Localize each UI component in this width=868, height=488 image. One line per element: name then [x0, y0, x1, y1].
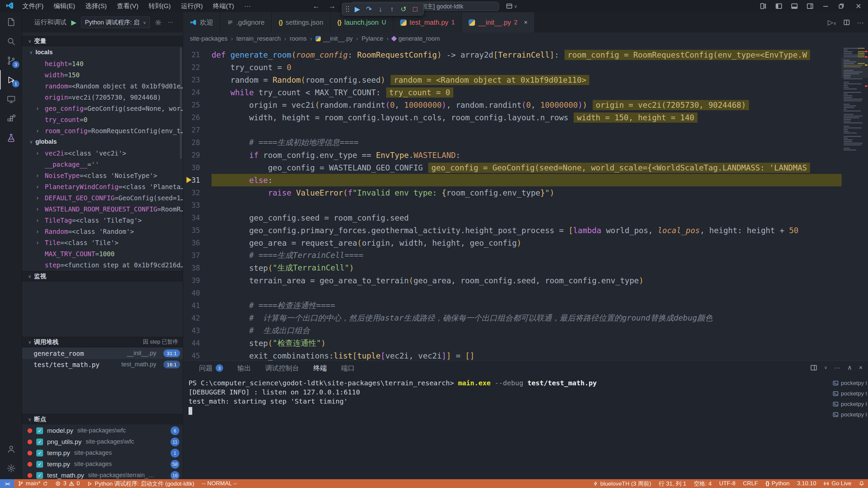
variable-row[interactable]: ›NoiseType = <class 'NoiseType'> [22, 170, 183, 181]
line-number[interactable]: 40 [183, 289, 212, 297]
breadcrumb-item[interactable]: Pylance [361, 35, 383, 42]
status-problems[interactable]: 30 [52, 479, 83, 488]
tab-欢迎[interactable]: 欢迎 [183, 12, 220, 33]
variable-row[interactable]: ›vec2i = <class 'vec2i'> [22, 147, 183, 159]
breadcrumb-item[interactable]: terrain_research [236, 35, 281, 42]
drag-handle-icon[interactable] [346, 5, 350, 13]
code-line-41[interactable]: 41 # ====检查连通性==== [183, 299, 842, 312]
variable-row[interactable]: MAX_TRY_COUNT = 1000 [22, 248, 183, 259]
line-number[interactable]: 33 [183, 201, 212, 209]
line-number[interactable]: 32 [183, 189, 212, 197]
status-cursor-position[interactable]: 行 31, 列 1 [655, 479, 690, 488]
activitybar-extensions-icon[interactable] [0, 109, 22, 128]
variable-row[interactable]: ›TileTag = <class 'TileTag'> [22, 215, 183, 226]
code-line-22[interactable]: 22 try_count = 0 [183, 61, 842, 74]
breakpoint-row[interactable]: ✓test_math.pysite-packages\terrain_res…1… [22, 470, 183, 479]
breadcrumb-item[interactable]: generate_room [392, 35, 440, 42]
terminal-session[interactable]: pocketpy te… [833, 378, 867, 388]
var-scope-globals[interactable]: ∨globals [22, 136, 183, 147]
code-line-36[interactable]: 36 geo_area = request_area(origin, width… [183, 237, 842, 249]
breakpoint-checkbox[interactable]: ✓ [36, 427, 43, 434]
code-line-30[interactable]: 30 geo_config = WASTELAND_GEO_CONFIGgeo_… [183, 161, 842, 174]
stop-icon[interactable]: □ [409, 3, 421, 15]
menu-item[interactable]: 运行(R) [176, 2, 208, 9]
activitybar-source-control-icon[interactable]: 3 [0, 51, 22, 70]
start-debug-button[interactable]: ▶ [71, 18, 76, 26]
line-number[interactable]: 28 [183, 139, 212, 147]
restart-icon[interactable]: ↺ [398, 3, 409, 15]
variable-row[interactable]: ›DEFAULT_GEO_CONFIG = GeoConfig(seed=1… [22, 192, 183, 203]
code-line-25[interactable]: 25 origin = vec2i(random.randint(0, 1000… [183, 99, 842, 111]
menu-item[interactable]: 查看(V) [112, 2, 143, 9]
activitybar-remote-explorer-icon[interactable] [0, 89, 22, 109]
menu-item[interactable]: 转到(G) [143, 2, 176, 9]
line-number[interactable]: 22 [183, 63, 212, 72]
activitybar-search-icon[interactable] [0, 32, 22, 51]
code-line-42[interactable]: 42 # 计算每一个出口的中心，然后使用astar生成路径，确保每一个出口组合都… [183, 312, 842, 324]
back-icon[interactable]: ← [313, 2, 320, 10]
panel-tab-终端[interactable]: 终端 [306, 361, 334, 375]
status-eol[interactable]: CRLF [739, 479, 762, 488]
close-icon[interactable]: × [524, 19, 528, 26]
code-line-20[interactable]: 20 [183, 45, 842, 48]
code-line-33[interactable]: 33 [183, 199, 842, 211]
toggle-secondary-sidebar-icon[interactable] [802, 0, 818, 12]
panel-tab-端口[interactable]: 端口 [334, 361, 362, 375]
tab-__init__.py[interactable]: __init__.py2× [462, 12, 535, 33]
run-file-icon[interactable]: ▷∨ [828, 18, 836, 26]
customize-layout-icon[interactable] [755, 0, 771, 12]
status-gitlens-commit[interactable]: blueloveTH (3 周前) [590, 479, 655, 488]
terminal-session[interactable]: pocketpy te… [833, 388, 867, 399]
line-number[interactable]: 35 [183, 226, 212, 235]
breakpoint-row[interactable]: ✓temp.pysite-packages58 [22, 459, 183, 470]
code-line-21[interactable]: 21def generate_room(room_config: RoomReq… [183, 48, 842, 61]
code-line-35[interactable]: 35 geo_config.primary_forces.geothermal_… [183, 224, 842, 237]
line-number[interactable]: 43 [183, 327, 212, 335]
breadcrumb-item[interactable]: rooms [290, 35, 307, 42]
code-line-26[interactable]: 26 width, height = room_config.layout.n_… [183, 111, 842, 124]
variable-row[interactable]: __package__ = '' [22, 159, 183, 170]
tab-.gdignore[interactable]: .gdignore [220, 12, 272, 33]
continue-icon[interactable]: ▶ [352, 3, 363, 15]
maximize-panel-icon[interactable]: ∧ [847, 364, 852, 371]
variable-row[interactable]: height = 140 [22, 58, 183, 69]
stack-frame[interactable]: test/test_math.pytest_math.py16:1 [22, 359, 183, 370]
code-line-44[interactable]: 44 step("检查连通性") [183, 337, 842, 349]
tab-settings.json[interactable]: {}settings.json [272, 12, 330, 33]
terminal[interactable]: PS C:\computer_science\godot-ldtk\site-p… [189, 379, 831, 478]
variable-row[interactable]: ›geo_config = GeoConfig(seed=None, wor… [22, 103, 183, 114]
minimize-icon[interactable] [818, 0, 833, 12]
status-language[interactable]: {}Python [762, 479, 793, 488]
terminal-layout-icon[interactable] [810, 364, 817, 371]
variable-row[interactable]: width = 150 [22, 69, 183, 80]
toggle-panel-icon[interactable] [787, 0, 802, 12]
line-number[interactable]: 20 [183, 45, 212, 46]
line-number[interactable]: 42 [183, 314, 212, 322]
status-branch[interactable]: main* [14, 479, 52, 488]
code-line-43[interactable]: 43 # 生成出口组合 [183, 324, 842, 337]
line-number[interactable]: 34 [183, 214, 212, 222]
code-line-32[interactable]: 32 raise ValueError(f"Invalid env type: … [183, 186, 842, 199]
code-line-27[interactable]: 27 [183, 124, 842, 136]
line-number[interactable]: 44 [183, 339, 212, 347]
line-number[interactable]: 24 [183, 88, 212, 97]
stack-frame[interactable]: generate_room__init__.py31:1 [22, 348, 183, 359]
line-number[interactable]: 39 [183, 277, 212, 285]
variable-row[interactable]: ›room_config = RoomRequestConfig(env_t… [22, 125, 183, 136]
titlebar-extra-icon[interactable]: ∨ [506, 0, 517, 12]
line-number[interactable]: 36 [183, 239, 212, 247]
more-actions-icon[interactable]: ··· [834, 364, 841, 371]
variable-row[interactable]: origin = vec2i(7205730, 9024468) [22, 92, 183, 103]
line-number[interactable]: 41 [183, 302, 212, 310]
step-over-icon[interactable]: ↷ [363, 3, 375, 15]
line-number[interactable]: 45 [183, 352, 212, 360]
status-debug-target[interactable]: Python 调试程序: 启动文件 (godot-ldtk) [83, 479, 198, 488]
close-panel-icon[interactable]: × [859, 364, 863, 371]
forward-icon[interactable]: → [329, 2, 336, 10]
code-line-37[interactable]: 37 # ====生成TerrainCell==== [183, 249, 842, 262]
variable-row[interactable]: step = <function step at 0x1bf9cd216d… [22, 259, 183, 270]
code-line-24[interactable]: 24 while try_count < MAX_TRY_COUNT:try_c… [183, 86, 842, 99]
breadcrumb-item[interactable]: __init__.py [315, 35, 353, 42]
breakpoint-checkbox[interactable]: ✓ [36, 450, 43, 456]
variable-row[interactable]: ›PlanetaryWindConfig = <class 'Planeta… [22, 181, 183, 192]
